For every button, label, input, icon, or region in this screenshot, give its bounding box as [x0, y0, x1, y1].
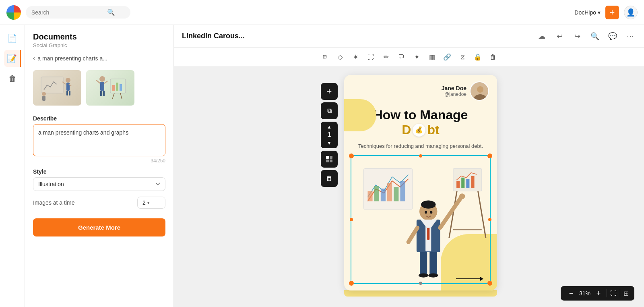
zoom-value: 31% [579, 290, 590, 297]
card-illustration[interactable] [351, 155, 491, 284]
back-chevron-icon: ‹ [33, 55, 35, 62]
search-icon: 🔍 [107, 8, 115, 16]
back-text: a man presenting charts a... [37, 55, 107, 62]
new-document-button[interactable]: + [605, 6, 619, 19]
page-down-button[interactable]: ▼ [326, 139, 332, 147]
card-subtitle: Techniques for reducing and managing per… [344, 141, 497, 155]
avatar-image [471, 82, 489, 101]
eraser-tool[interactable]: ◇ [333, 50, 347, 64]
svg-rect-12 [120, 84, 122, 91]
images-count-select[interactable]: 2 ▾ [137, 197, 165, 209]
zoom-out-button[interactable]: − [566, 288, 576, 298]
svg-line-50 [440, 197, 462, 228]
canvas-content[interactable]: + ⧉ ▲ 1 ▼ 🗑 [174, 67, 644, 307]
images-at-a-time-row: Images at a time 2 ▾ [25, 191, 173, 212]
lasso-tool[interactable]: ✶ [349, 50, 362, 64]
page-up-button[interactable]: ▲ [326, 123, 332, 131]
canvas-topbar: LinkedIn Carous... ☁ ↩ ↪ 🔍 💬 ⋯ [174, 25, 644, 48]
sidebar-item-document[interactable]: 📄 [4, 30, 21, 47]
more-options-icon[interactable]: ⋯ [625, 31, 636, 42]
add-page-button[interactable]: + [321, 83, 338, 100]
card-avatar [470, 81, 489, 101]
svg-rect-32 [387, 183, 392, 201]
grid-fill-tool[interactable]: ▦ [425, 50, 439, 64]
zoom-in-button[interactable]: + [594, 288, 603, 298]
svg-point-7 [42, 92, 46, 96]
sparkle-tool[interactable]: ✦ [410, 50, 423, 64]
delete-page-button[interactable]: 🗑 [321, 170, 338, 187]
svg-rect-41 [466, 179, 469, 188]
describe-label: Describe [25, 110, 173, 124]
svg-line-16 [104, 81, 107, 83]
fit-screen-icon[interactable]: ⛶ [610, 290, 617, 297]
main-layout: 📄 📝 🗑 Documents Social Graphic ‹ a man p… [0, 25, 644, 307]
card-user-info: Jane Doe @janedoe [442, 85, 466, 97]
presenter-svg [351, 156, 490, 283]
user-profile-button[interactable]: 👤 [624, 6, 638, 19]
panel-title: Documents [33, 32, 165, 41]
pen-tool[interactable]: ✏ [379, 50, 393, 64]
sidebar-item-trash[interactable]: 🗑 [4, 70, 21, 87]
svg-rect-8 [42, 96, 45, 101]
delete-tool[interactable]: 🗑 [486, 50, 500, 64]
page-number: 1 [328, 131, 331, 139]
describe-textarea[interactable]: a man presenting charts and graphs [33, 124, 165, 156]
clipboard-tool[interactable]: ⧉ [318, 50, 332, 64]
thumb1-illustration [39, 73, 75, 103]
redo-icon[interactable]: ↪ [572, 31, 583, 42]
selection-handle-bottom-mid [419, 282, 422, 285]
svg-rect-29 [367, 191, 372, 201]
back-row[interactable]: ‹ a man presenting charts a... [25, 51, 173, 66]
generate-more-button[interactable]: Generate More [33, 218, 165, 236]
layers-tool[interactable]: ⧖ [456, 50, 469, 64]
thumbnail-row [25, 66, 173, 110]
crop-tool[interactable]: ⛶ [364, 50, 378, 64]
brand-chevron-icon: ▾ [598, 9, 601, 16]
link-tool[interactable]: 🔗 [440, 50, 454, 64]
svg-rect-6 [69, 91, 70, 95]
selection-handle-left-mid [350, 218, 353, 221]
svg-point-26 [477, 86, 483, 93]
search-canvas-icon[interactable]: 🔍 [589, 31, 601, 42]
search-bar[interactable]: 🔍 [26, 6, 130, 19]
lock-tool[interactable]: 🔒 [471, 50, 485, 64]
svg-line-36 [478, 189, 486, 238]
images-count-value: 2 [142, 199, 146, 206]
svg-point-45 [419, 273, 428, 277]
cloud-save-icon[interactable]: ☁ [536, 31, 547, 42]
icon-sidebar: 📄 📝 🗑 [0, 25, 25, 307]
duplicate-page-button[interactable]: ⧉ [321, 102, 338, 119]
svg-rect-40 [461, 178, 464, 188]
undo-icon[interactable]: ↩ [554, 31, 565, 42]
svg-rect-17 [100, 91, 102, 96]
ai-icon: 📝 [7, 54, 17, 63]
thumbnail-1[interactable] [33, 70, 81, 106]
page-counter: ▲ 1 ▼ [321, 122, 338, 148]
sidebar-item-ai[interactable]: 📝 [4, 50, 21, 67]
style-select[interactable]: Illustration Realistic Abstract Cartoon [33, 177, 165, 191]
selection-handle-bl [349, 281, 354, 286]
svg-line-15 [96, 80, 100, 83]
selection-handle-tr [487, 154, 492, 158]
svg-rect-33 [394, 187, 398, 201]
app-logo[interactable] [6, 5, 21, 20]
speech-bubble-tool[interactable]: 🗨 [394, 50, 408, 64]
brand-label[interactable]: DocHipo ▾ [574, 9, 601, 16]
card-bottom-strip [344, 290, 497, 297]
design-card-wrapper: Jane Doe @janedoe [344, 75, 497, 297]
comments-icon[interactable]: 💬 [607, 31, 618, 42]
svg-rect-22 [330, 156, 332, 159]
svg-point-52 [459, 193, 465, 199]
zoom-bar-divider [607, 289, 607, 297]
svg-rect-14 [100, 82, 104, 91]
grid-view-button[interactable] [321, 151, 338, 168]
thumbnail-2[interactable] [86, 70, 134, 106]
search-input[interactable] [31, 9, 104, 16]
svg-point-54 [421, 200, 436, 208]
design-card[interactable]: Jane Doe @janedoe [344, 75, 497, 290]
style-label: Style [33, 168, 165, 175]
grid-zoom-icon[interactable]: ⊞ [623, 290, 629, 297]
svg-point-56 [430, 211, 432, 214]
svg-rect-42 [471, 176, 474, 188]
svg-rect-2 [66, 83, 70, 91]
